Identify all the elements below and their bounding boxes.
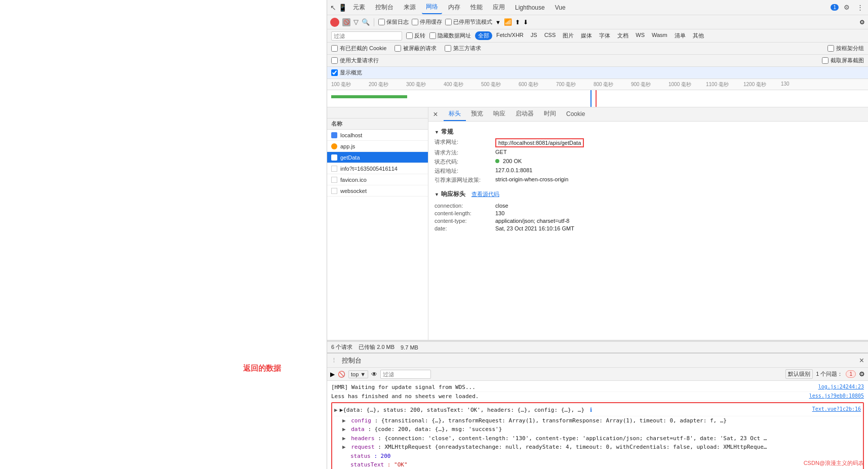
request-icon-favicon: [331, 177, 337, 183]
top-label: top ▼: [348, 370, 368, 378]
third-party-checkbox[interactable]: 第三方请求: [445, 45, 481, 52]
detail-tab-cookie[interactable]: Cookie: [561, 108, 590, 121]
expand-icon[interactable]: ▶: [334, 407, 338, 413]
disable-cache-checkbox[interactable]: 停用缓存: [412, 18, 442, 26]
request-items-list: localhost app.js getData info?t=163: [327, 130, 428, 340]
filter-manifest[interactable]: 清单: [672, 31, 689, 40]
filter-other[interactable]: 其他: [690, 31, 707, 40]
hmr-link[interactable]: log.js:24244:23: [818, 384, 864, 389]
wifi-icon[interactable]: 📶: [504, 18, 512, 26]
preserve-log-checkbox[interactable]: 保留日志: [378, 18, 409, 26]
tab-memory[interactable]: 内存: [444, 1, 464, 14]
filter-all[interactable]: 全部: [475, 31, 492, 40]
filter-doc[interactable]: 文档: [614, 31, 632, 40]
filter-ws[interactable]: WS: [633, 31, 648, 40]
request-item-info[interactable]: info?t=1635005416114: [327, 163, 428, 174]
eye-icon[interactable]: 👁: [371, 371, 377, 378]
issues-label: 1 个问题：: [816, 370, 843, 378]
intercepted-cookies-checkbox[interactable]: 有已拦截的 Cookie: [331, 45, 386, 52]
tick-1100: 1100 毫秒: [706, 81, 729, 88]
request-name-localhost: localhost: [340, 132, 362, 138]
tab-console[interactable]: 控制台: [371, 1, 398, 14]
less-message: Less has finished and no sheets were loa…: [331, 393, 479, 400]
request-item-appjs[interactable]: app.js: [327, 141, 428, 152]
connection-value: close: [495, 203, 508, 209]
connection-label: connection:: [435, 203, 495, 209]
request-item-localhost[interactable]: localhost: [327, 130, 428, 141]
checkbox-right-group: 按框架分组: [827, 45, 864, 52]
request-item-getdata[interactable]: getData: [327, 152, 428, 163]
content-length-value: 130: [495, 210, 504, 216]
tab-network[interactable]: 网络: [422, 1, 442, 14]
detail-row-connection: connection: close: [435, 203, 862, 209]
settings-icon-right[interactable]: ⚙: [859, 19, 865, 26]
filter-icon[interactable]: ▽: [353, 18, 359, 26]
filter-media[interactable]: 媒体: [578, 31, 595, 40]
status-green-dot: [495, 159, 499, 163]
filter-fetch-xhr[interactable]: Fetch/XHR: [493, 31, 527, 40]
resources-size: 9.7 MB: [401, 344, 418, 350]
tab-application[interactable]: 应用: [489, 1, 509, 14]
detail-close-btn[interactable]: ×: [430, 109, 441, 120]
hide-data-url-checkbox[interactable]: 隐藏数据网址: [429, 32, 471, 40]
filter-js[interactable]: JS: [528, 31, 540, 40]
invert-checkbox[interactable]: 反转: [406, 32, 425, 40]
blocked-requests-checkbox[interactable]: 被屏蔽的请求: [394, 45, 437, 52]
detail-tab-headers[interactable]: 标头: [444, 107, 466, 121]
filter-css[interactable]: CSS: [541, 31, 559, 40]
search-icon[interactable]: 🔍: [362, 18, 370, 26]
console-close-btn[interactable]: ×: [859, 356, 864, 365]
run-icon[interactable]: ▶: [330, 371, 335, 378]
tab-performance[interactable]: 性能: [466, 1, 487, 14]
capture-screenshot-checkbox[interactable]: 截取屏幕截图: [822, 57, 864, 64]
show-overview-checkbox[interactable]: 显示概览: [331, 69, 362, 76]
request-name-websocket: websocket: [340, 188, 367, 194]
object-link[interactable]: Text.vue?1c2b:16: [812, 406, 861, 412]
settings-icon[interactable]: ⚙: [842, 3, 852, 13]
response-headers-section: 响应标头 查看源代码: [435, 188, 862, 201]
tab-lighthouse[interactable]: Lighthouse: [511, 2, 549, 13]
detail-tab-timing[interactable]: 时间: [539, 107, 561, 121]
clear-button[interactable]: 🚫: [342, 18, 350, 26]
view-source-link[interactable]: 查看源代码: [471, 190, 499, 198]
device-icon[interactable]: 📱: [338, 4, 347, 12]
status-label: 状态代码:: [435, 158, 495, 166]
tab-elements[interactable]: 元素: [349, 1, 369, 14]
bulk-requests-checkbox[interactable]: 使用大量请求行: [331, 57, 379, 64]
tick-1200: 1200 毫秒: [743, 81, 766, 88]
disable-streaming-checkbox[interactable]: 已停用节流模式: [445, 18, 492, 26]
detail-tab-response[interactable]: 响应: [488, 107, 510, 121]
referrer-value: strict-origin-when-cross-origin: [495, 176, 568, 184]
request-detail: × 标头 预览 响应 启动器 时间 Cookie 常规 请求网址: http: [428, 107, 868, 340]
tick-700: 700 毫秒: [556, 81, 576, 88]
block-icon[interactable]: 🚫: [338, 371, 345, 378]
detail-tab-initiator[interactable]: 启动器: [510, 107, 539, 121]
console-settings-icon[interactable]: ⚙: [859, 370, 865, 378]
filter-img[interactable]: 图片: [560, 31, 577, 40]
tab-sources[interactable]: 来源: [400, 1, 420, 14]
filter-input[interactable]: [331, 31, 402, 41]
status-value: 200 OK: [495, 158, 522, 166]
object-main-line[interactable]: ▶▶{data: {…}, status: 200, statusText: '…: [334, 406, 592, 415]
less-link[interactable]: less.js?9eb0:10805: [809, 393, 864, 399]
filter-font[interactable]: 字体: [596, 31, 613, 40]
request-item-favicon[interactable]: favicon.ico: [327, 174, 428, 185]
console-right-controls: 默认级别 1 个问题： 1 ⚙: [785, 369, 865, 379]
request-item-websocket[interactable]: websocket: [327, 185, 428, 197]
more-icon[interactable]: ⋮: [855, 3, 865, 13]
detail-row-method: 请求方法: GET: [435, 149, 862, 157]
detail-tab-preview[interactable]: 预览: [466, 107, 488, 121]
console-dots-icon[interactable]: ⋮: [331, 357, 337, 364]
tick-1300: 130: [781, 81, 790, 87]
log-level-dropdown[interactable]: 默认级别: [785, 369, 813, 379]
filter-wasm[interactable]: Wasm: [649, 31, 670, 40]
record-button[interactable]: [330, 18, 339, 27]
cursor-icon[interactable]: ↖: [330, 4, 336, 12]
tick-1000: 1000 毫秒: [668, 81, 691, 88]
dropdown-arrow[interactable]: ▼: [495, 19, 501, 25]
console-filter-input[interactable]: [380, 370, 431, 379]
object-children: ▶ config : {transitional: {…}, transform…: [334, 416, 861, 470]
tab-vue[interactable]: Vue: [551, 2, 570, 13]
status-line: status : 200: [342, 452, 861, 461]
group-by-frame-checkbox[interactable]: 按框架分组: [827, 45, 864, 52]
